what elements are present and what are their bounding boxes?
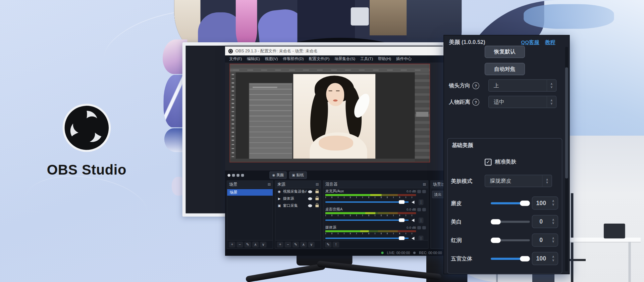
precise-skin-checkbox[interactable]: ✓ [485, 158, 492, 166]
beauty-panel: 美颜 (1.0.0.52) QQ客服 教程 恢复默认 自动对焦 镜头方向 ? 上… [443, 35, 570, 274]
menu-scene-collection[interactable]: 场景集合(S) [334, 56, 355, 62]
mixer-toolbar: ✎ ! [323, 240, 428, 248]
visibility-icon[interactable] [308, 190, 312, 193]
whitening-spinbox[interactable]: 0 ∧∨ [532, 215, 558, 228]
slider-handle[interactable] [491, 238, 500, 243]
rosy-slider[interactable] [491, 239, 530, 241]
scene-filters-button[interactable]: ✎ [245, 241, 251, 247]
face-3d-slider[interactable] [491, 258, 530, 260]
obs-preview [225, 62, 446, 171]
visibility-icon[interactable] [308, 204, 312, 207]
slider-handle[interactable] [491, 219, 500, 225]
rosy-label: 红润 [451, 237, 462, 244]
source-item[interactable]: ▶ 媒体源 [275, 195, 321, 202]
chevron-updown-icon[interactable]: ∧∨ [547, 80, 556, 91]
remove-scene-button[interactable]: − [236, 241, 243, 247]
speaker-icon[interactable] [412, 219, 415, 222]
photoshop-capture [230, 64, 430, 162]
basic-beauty-group: 基础美颜 ✓ 精准美肤 美肤模式 朦胧磨皮 ∧∨ 磨皮 100 ∧∨ [447, 138, 562, 274]
spin-arrows-icon[interactable]: ∧∨ [550, 255, 558, 262]
photoshop-dialog [249, 83, 292, 158]
menu-help[interactable]: 帮助(H) [378, 56, 391, 62]
obs-branding: OBS Studio [40, 103, 134, 178]
volume-slider[interactable] [325, 218, 409, 222]
source-item[interactable]: ▣ 窗口采集 [275, 202, 321, 209]
chevron-updown-icon[interactable]: ∧∨ [547, 96, 556, 108]
qq-support-link[interactable]: QQ客服 [521, 39, 539, 46]
speaker-icon[interactable] [412, 237, 415, 240]
popout-icon: ▤ [316, 183, 319, 186]
face-3d-spinbox[interactable]: 100 ∧∨ [532, 252, 558, 265]
menu-docks[interactable]: 停靠部件(D) [283, 56, 304, 62]
mixer-advanced-button[interactable]: ! [333, 241, 339, 247]
source-properties-button[interactable]: ✎ [292, 241, 299, 247]
precise-skin-row[interactable]: ✓ 精准美肤 [485, 158, 516, 166]
sources-dock-title: 来源 [277, 182, 285, 187]
chevron-updown-icon[interactable]: ∧∨ [542, 175, 551, 187]
add-scene-button[interactable]: ＋ [229, 241, 235, 247]
lock-icon[interactable] [315, 204, 319, 207]
person-distance-label: 人物距离 [449, 98, 470, 106]
mixer-filters-button[interactable]: ✎ [325, 241, 332, 247]
studio-laptop [604, 224, 625, 238]
menu-edit[interactable]: 编辑(E) [247, 56, 260, 62]
volume-meter [325, 230, 416, 232]
scene-item-selected[interactable]: 场景 [227, 189, 273, 196]
autofocus-button[interactable]: 自动对焦 [485, 63, 525, 75]
menu-tools[interactable]: 工具(T) [360, 56, 373, 62]
audio-mixer-dock: 混音器 ▤ 麦克风/Aux 0.0 dB ⋮ 桌面音频A [323, 181, 428, 249]
stage: OBS Studio OBS 29.1.3 - 配置文件: 未命名 - 场景: … [0, 0, 644, 282]
live-timer: LIVE: 00:00:00 [387, 250, 410, 254]
portrait-photo [293, 74, 375, 158]
skin-mode-select[interactable]: 朦胧磨皮 ∧∨ [485, 175, 552, 187]
menu-file[interactable]: 文件(F) [229, 56, 242, 62]
lock-icon[interactable] [315, 197, 319, 200]
lens-direction-select[interactable]: 上 ∧∨ [488, 79, 556, 92]
obs-titlebar-logo-icon [228, 49, 233, 53]
panel-scrollbar[interactable] [565, 47, 568, 272]
spin-arrows-icon[interactable]: ∧∨ [550, 237, 558, 243]
lock-icon[interactable] [315, 191, 319, 193]
menu-profile[interactable]: 配置文件(P) [309, 56, 329, 62]
source-item[interactable]: ◉ 视频采集设备A [275, 188, 321, 195]
tab-beauty[interactable]: ◉ 美颜 [269, 172, 286, 179]
source-up-button[interactable]: ∧ [300, 241, 307, 247]
remove-source-button[interactable]: − [285, 241, 291, 247]
scrollbar-thumb[interactable] [565, 67, 568, 179]
whitening-slider[interactable] [491, 221, 530, 223]
person-distance-select[interactable]: 适中 ∧∨ [488, 96, 556, 108]
tutorial-link[interactable]: 教程 [545, 39, 555, 46]
volume-slider[interactable] [325, 236, 409, 240]
scene-up-button[interactable]: ∧ [252, 241, 259, 247]
check-icon: ✓ [486, 159, 490, 165]
smoothing-spinbox[interactable]: 100 ∧∨ [532, 196, 558, 209]
slider-handle[interactable] [520, 256, 530, 262]
spin-arrows-icon[interactable]: ∧∨ [550, 218, 558, 225]
help-icon[interactable]: ? [472, 82, 479, 89]
help-icon[interactable]: ? [472, 98, 479, 105]
channel-more-button[interactable]: ⋮ [419, 199, 424, 205]
volume-slider[interactable] [325, 200, 409, 204]
slider-handle[interactable] [520, 201, 530, 206]
visibility-icon[interactable] [308, 197, 312, 200]
rosy-spinbox[interactable]: 0 ∧∨ [532, 234, 558, 247]
restore-default-button[interactable]: 恢复默认 [485, 46, 525, 58]
source-down-button[interactable]: ∨ [308, 241, 315, 247]
lens-direction-label: 镜头方向 [449, 82, 470, 89]
scene-down-button[interactable]: ∨ [260, 241, 267, 247]
smoothing-slider[interactable] [491, 202, 530, 204]
scenes-toolbar: ＋ − ✎ ∧ ∨ [227, 240, 273, 248]
tab-sticker[interactable]: ▣ 贴纸 [289, 172, 307, 179]
transition-select[interactable]: 淡出 [432, 191, 444, 198]
obs-logo-icon [62, 103, 112, 153]
spin-arrows-icon[interactable]: ∧∨ [550, 200, 558, 206]
background-streak [21, 169, 151, 243]
menu-plugin-center[interactable]: 插件中心 [396, 56, 412, 62]
obs-window: OBS 29.1.3 - 配置文件: 未命名 - 场景: 未命名 文件(F) 编… [225, 46, 446, 255]
obs-window-title: OBS 29.1.3 - 配置文件: 未命名 - 场景: 未命名 [235, 48, 318, 54]
channel-more-button[interactable]: ⋮ [419, 218, 424, 223]
monitor-stand-leg [246, 263, 326, 282]
add-source-button[interactable]: ＋ [277, 241, 283, 247]
speaker-icon[interactable] [412, 201, 415, 204]
menu-view[interactable]: 视图(V) [265, 56, 278, 62]
